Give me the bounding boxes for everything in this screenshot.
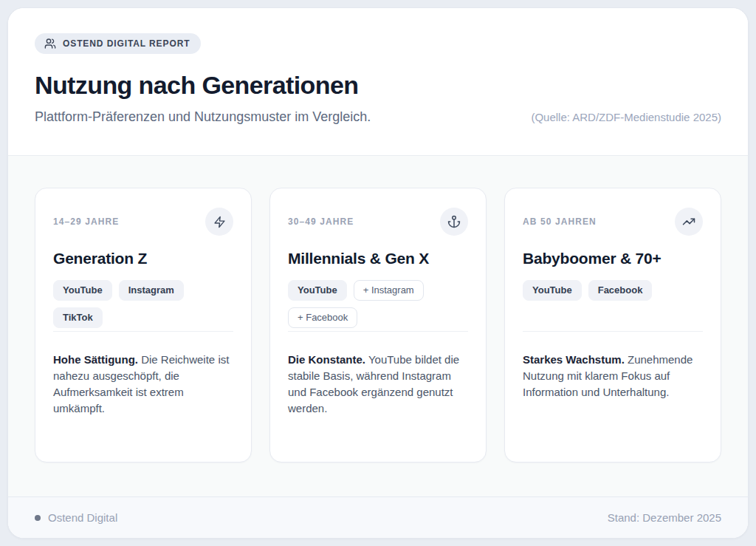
card-description: Starkes Wachstum. Zunehmende Nutzung mit… bbox=[523, 352, 703, 400]
generation-cards: 14–29 JAHRE Generation Z YouTube Instagr… bbox=[35, 188, 721, 463]
card-divider bbox=[53, 331, 233, 332]
card-generation-z: 14–29 JAHRE Generation Z YouTube Instagr… bbox=[35, 188, 252, 463]
source-note: (Quelle: ARD/ZDF-Medienstudie 2025) bbox=[531, 111, 721, 123]
main-section: 14–29 JAHRE Generation Z YouTube Instagr… bbox=[8, 156, 748, 496]
platform-tag: YouTube bbox=[53, 280, 112, 301]
card-title: Babyboomer & 70+ bbox=[523, 250, 703, 267]
card-top: 14–29 JAHRE Generation Z YouTube Instagr… bbox=[53, 208, 233, 331]
platform-tag: + Facebook bbox=[288, 307, 357, 328]
platform-tag: Instagram bbox=[119, 280, 184, 301]
footer-brand-label: Ostend Digital bbox=[48, 511, 117, 524]
bullet-dot-icon bbox=[35, 515, 41, 521]
age-range-label: 14–29 JAHRE bbox=[53, 208, 119, 227]
footer-brand: Ostend Digital bbox=[35, 511, 117, 524]
anchor-icon bbox=[440, 208, 468, 236]
platform-tag: YouTube bbox=[288, 280, 347, 301]
card-divider bbox=[523, 331, 703, 332]
card-millennials-gen-x: 30–49 JAHRE Millennials & Gen X YouTube bbox=[269, 188, 487, 463]
description-highlight: Starkes Wachstum. bbox=[523, 353, 625, 366]
description-highlight: Hohe Sättigung. bbox=[53, 353, 138, 366]
page-subtitle: Plattform-Präferenzen und Nutzungsmuster… bbox=[35, 109, 371, 125]
platform-tags: YouTube Instagram TikTok bbox=[53, 280, 233, 328]
zap-icon bbox=[205, 208, 233, 236]
platform-tag: YouTube bbox=[523, 280, 582, 301]
platform-tags: YouTube + Instagram + Facebook bbox=[288, 280, 468, 328]
report-footer: Ostend Digital Stand: Dezember 2025 bbox=[8, 496, 748, 538]
footer-status: Stand: Dezember 2025 bbox=[608, 511, 721, 524]
card-top: 30–49 JAHRE Millennials & Gen X YouTube bbox=[288, 208, 468, 331]
trending-up-icon bbox=[675, 208, 703, 236]
card-title: Generation Z bbox=[53, 250, 233, 267]
card-title: Millennials & Gen X bbox=[288, 250, 468, 267]
platform-tags: YouTube Facebook bbox=[523, 280, 703, 301]
card-top: AB 50 JAHREN Babyboomer & 70+ YouTube Fa… bbox=[523, 208, 703, 331]
description-highlight: Die Konstante. bbox=[288, 353, 365, 366]
report-badge-label: OSTEND DIGITAL REPORT bbox=[63, 38, 190, 49]
card-description: Die Konstante. YouTube bildet die stabil… bbox=[288, 352, 468, 417]
age-range-label: AB 50 JAHREN bbox=[523, 208, 597, 227]
users-icon bbox=[44, 38, 56, 50]
report-panel: OSTEND DIGITAL REPORT Nutzung nach Gener… bbox=[7, 7, 749, 539]
report-badge: OSTEND DIGITAL REPORT bbox=[35, 33, 201, 54]
report-header: OSTEND DIGITAL REPORT Nutzung nach Gener… bbox=[8, 8, 748, 156]
age-range-label: 30–49 JAHRE bbox=[288, 208, 354, 227]
platform-tag: TikTok bbox=[53, 307, 103, 328]
subtitle-row: Plattform-Präferenzen und Nutzungsmuster… bbox=[35, 109, 721, 125]
page-title: Nutzung nach Generationen bbox=[35, 71, 721, 100]
card-divider bbox=[288, 331, 468, 332]
card-description: Hohe Sättigung. Die Reichweite ist nahez… bbox=[53, 352, 233, 417]
card-babyboomer: AB 50 JAHREN Babyboomer & 70+ YouTube Fa… bbox=[504, 188, 721, 463]
platform-tag: + Instagram bbox=[354, 280, 424, 301]
platform-tag: Facebook bbox=[588, 280, 653, 301]
